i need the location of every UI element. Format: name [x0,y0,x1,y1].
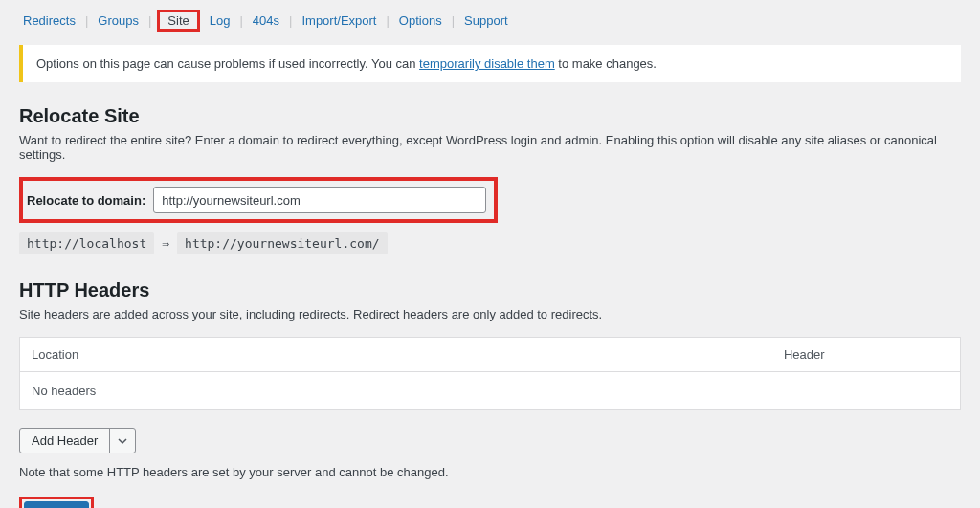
arrow-icon: ⇒ [162,236,169,251]
add-header-label: Add Header [20,429,110,453]
relocate-from-code: http://localhost [19,232,154,254]
tab-sep: | [148,13,151,28]
http-headers-description: Site headers are added across your site,… [19,307,961,321]
relocate-label: Relocate to domain: [27,193,145,208]
tab-groups[interactable]: Groups [94,11,143,30]
tab-import-export[interactable]: Import/Export [298,11,380,30]
relocate-heading: Relocate Site [19,105,961,127]
relocate-highlight: Relocate to domain: [19,177,498,223]
tab-support[interactable]: Support [460,11,512,30]
relocate-mapping: http://localhost ⇒ http://yournewsiteurl… [19,232,961,254]
tab-sep: | [386,13,389,28]
tab-sep: | [452,13,455,28]
http-headers-heading: HTTP Headers [19,279,961,301]
tab-404s[interactable]: 404s [249,11,283,30]
relocate-to-code: http://yournewsiteurl.com/ [177,232,388,254]
relocate-domain-input[interactable] [153,187,486,213]
table-row-empty: No headers [20,372,961,410]
chevron-down-icon [110,429,135,453]
tab-sep: | [85,13,88,28]
notice-prefix: Options on this page can cause problems … [36,56,419,71]
headers-note: Note that some HTTP headers are set by y… [19,465,961,479]
notice-disable-link[interactable]: temporarily disable them [419,56,555,71]
tab-sep: | [289,13,292,28]
tab-site[interactable]: Site [164,11,192,30]
col-location: Location [20,338,772,372]
relocate-description: Want to redirect the entire site? Enter … [19,133,961,162]
update-button[interactable]: Update [24,501,89,508]
tab-log[interactable]: Log [206,11,234,30]
col-header: Header [772,338,961,372]
tab-redirects[interactable]: Redirects [19,11,79,30]
tab-nav: Redirects | Groups | Site Log | 404s | I… [19,10,961,32]
update-highlight: Update [19,497,94,508]
tab-site-highlight: Site [157,10,199,32]
tab-sep: | [239,13,242,28]
tab-options[interactable]: Options [395,11,446,30]
headers-table: Location Header No headers [19,337,961,410]
notice-suffix: to make changes. [555,56,657,71]
add-header-button[interactable]: Add Header [19,428,136,453]
warning-notice: Options on this page can cause problems … [19,45,961,82]
empty-headers-cell: No headers [20,372,961,410]
